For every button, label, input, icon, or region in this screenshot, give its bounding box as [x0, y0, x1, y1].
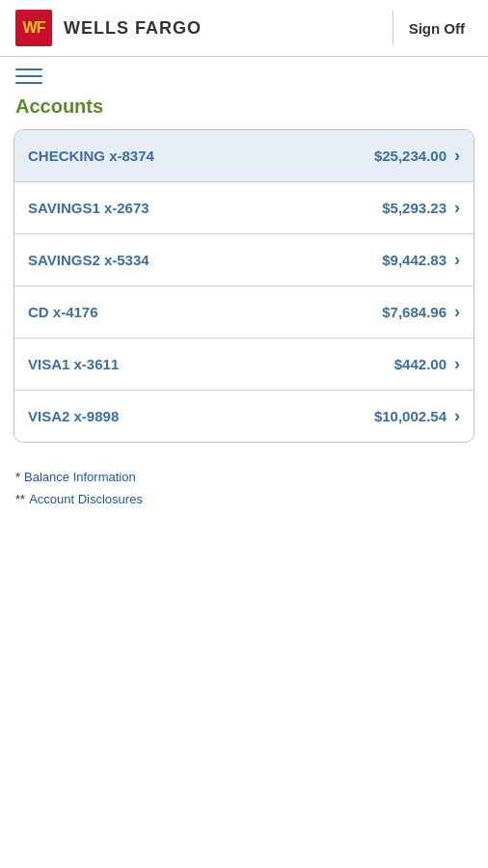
account-name: SAVINGS2 x-5334	[28, 252, 149, 268]
account-right: $5,293.23›	[382, 198, 460, 218]
chevron-right-icon: ›	[454, 198, 460, 218]
brand-name: WELLS FARGO	[64, 18, 202, 39]
note-1-prefix: *	[15, 466, 20, 488]
account-name: CHECKING x-8374	[28, 148, 154, 164]
header-right: Sign Off	[385, 11, 473, 45]
chevron-right-icon: ›	[454, 354, 460, 374]
hamburger-line-2	[15, 75, 42, 77]
chevron-right-icon: ›	[454, 406, 460, 426]
account-name: SAVINGS1 x-2673	[28, 200, 149, 216]
note-1-line: * Balance Information	[15, 466, 473, 488]
note-2-prefix: **	[15, 488, 25, 510]
account-row[interactable]: CHECKING x-8374$25,234.00›	[14, 130, 474, 182]
account-name: VISA1 x-3611	[28, 356, 119, 372]
account-row[interactable]: VISA1 x-3611$442.00›	[14, 339, 474, 391]
balance-information-link[interactable]: Balance Information	[24, 466, 136, 488]
account-balance: $9,442.83	[382, 252, 447, 268]
account-row[interactable]: SAVINGS2 x-5334$9,442.83›	[14, 234, 474, 286]
header: WF WELLS FARGO Sign Off	[0, 0, 488, 57]
header-left: WF WELLS FARGO	[15, 10, 202, 46]
account-balance: $25,234.00	[374, 148, 447, 164]
wells-fargo-logo: WF	[15, 10, 52, 46]
account-row[interactable]: VISA2 x-9898$10,002.54›	[14, 391, 474, 442]
account-row[interactable]: SAVINGS1 x-2673$5,293.23›	[14, 182, 474, 234]
account-right: $25,234.00›	[374, 146, 460, 166]
accounts-list: CHECKING x-8374$25,234.00›SAVINGS1 x-267…	[14, 129, 474, 443]
account-balance: $442.00	[394, 356, 447, 372]
footer-notes: * Balance Information ** Account Disclos…	[0, 443, 488, 523]
note-2-line: ** Account Disclosures	[15, 488, 473, 510]
account-right: $9,442.83›	[382, 250, 460, 270]
header-divider	[393, 11, 393, 45]
account-right: $442.00›	[394, 354, 460, 374]
chevron-right-icon: ›	[454, 302, 460, 322]
account-right: $7,684.96›	[382, 302, 460, 322]
hamburger-menu-button[interactable]	[15, 68, 42, 84]
account-name: VISA2 x-9898	[28, 408, 119, 424]
page-title: Accounts	[0, 92, 488, 129]
sign-off-button[interactable]: Sign Off	[401, 16, 473, 41]
menu-bar	[0, 57, 488, 92]
account-disclosures-link[interactable]: Account Disclosures	[29, 488, 143, 510]
account-name: CD x-4176	[28, 304, 98, 320]
chevron-right-icon: ›	[454, 250, 460, 270]
account-balance: $10,002.54	[374, 408, 447, 424]
account-balance: $7,684.96	[382, 304, 447, 320]
account-right: $10,002.54›	[374, 406, 460, 426]
account-row[interactable]: CD x-4176$7,684.96›	[14, 286, 474, 339]
hamburger-line-3	[15, 82, 42, 84]
account-balance: $5,293.23	[382, 200, 447, 216]
hamburger-line-1	[15, 68, 42, 70]
chevron-right-icon: ›	[454, 146, 460, 166]
